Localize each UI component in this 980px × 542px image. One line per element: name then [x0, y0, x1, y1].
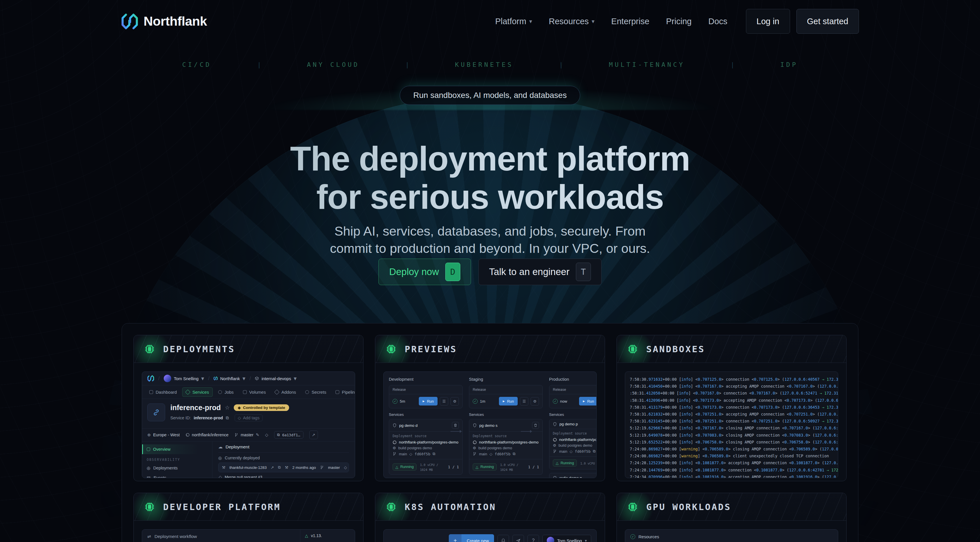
branch-icon [553, 449, 557, 453]
top-nav: Northflank Platform▾ Resources▾ Enterpri… [121, 8, 859, 35]
ticker-separator: | [405, 61, 409, 68]
chip-icon [385, 343, 397, 355]
get-started-button[interactable]: Get started [796, 9, 859, 34]
k8s-automation-screenshot: + Create new ? [383, 529, 597, 542]
commit-diamond-icon: ◇ [219, 475, 222, 478]
log-line: 7:24:28.125239+00:00 [info] <0.1081877.0… [630, 460, 833, 466]
check-icon: ✓ [630, 534, 635, 539]
top-nav-actions: Log in Get started [746, 9, 859, 34]
bell-icon [498, 535, 509, 542]
service-name: inference-prod [170, 404, 221, 412]
branch-icon [320, 465, 324, 469]
running-status-row: △Running 1.0 vCPU / 1024 MB 1 / 1 [389, 460, 462, 474]
tab-pipelines-v1: Pipelines V1 [332, 387, 355, 397]
globe-icon: ⊕ [147, 433, 151, 437]
talk-to-engineer-button[interactable]: Talk to an engineer T [479, 258, 601, 285]
northflank-logo-icon [213, 376, 218, 380]
github-icon [473, 441, 477, 444]
gear-icon: ⚙ [473, 446, 476, 450]
developer-platform-screenshot: ⇌ Deployment workflow Always deploying l… [142, 529, 355, 542]
nav-item-enterprise[interactable]: Enterprise [611, 17, 649, 26]
trash-icon [452, 422, 459, 429]
tab-dashboard: Dashboard [146, 387, 180, 397]
running-status-row: △Running 1.0 vCPU / 1024 MB 1 / 1 [469, 460, 542, 474]
service-header: inference-prod ☆ ◈ Controlled by templat… [142, 399, 355, 428]
hero-cta-row: Deploy now D Talk to an engineer T [0, 258, 980, 285]
target-icon: ◎ [218, 456, 222, 460]
pipeline-stage-production: Production Release ✓ now ▶Run ☰ [549, 376, 597, 478]
chip-icon [627, 501, 639, 513]
pipeline-arrow [521, 431, 532, 432]
log-line: 7:24:34.070996+00:00 [info] <0.1081916.0… [630, 474, 833, 478]
log-line: 7:58:31.623145+00:00 [info] <0.707251.0>… [630, 418, 833, 425]
star-icon: ☆ [225, 404, 230, 411]
replica-icon: △ [556, 461, 558, 465]
shield-icon [473, 423, 477, 427]
card-previews-header: PREVIEWS [375, 335, 605, 363]
help-icon: ? [527, 535, 539, 542]
log-line: 7:24:00.869827+00:00 [warning] <0.706589… [630, 452, 833, 460]
ticker-item: ANY CLOUD [307, 61, 360, 68]
keyboard-shortcut-t: T [576, 263, 591, 281]
tab-services: Services [182, 387, 213, 397]
sidebar-item-overview: Overview [142, 444, 212, 454]
github-icon [553, 438, 557, 442]
copy-icon: ⧉ [593, 449, 595, 453]
service-sidebar: Overview OBSERVABILITY ◎ Deployments ▤ E… [142, 442, 212, 478]
sidebar-item-deployments: ◎ Deployments [142, 463, 212, 473]
northflank-logo-icon [147, 375, 154, 382]
card-developer-platform: DEVELOPER PLATFORM ⇌ Deployment workflow… [134, 493, 363, 542]
version-sidebar: △ v1.13. ○ Upda [300, 529, 355, 542]
commit-chip: ⧉ 6a13df1… [274, 431, 304, 439]
nav-item-resources[interactable]: Resources▾ [549, 17, 595, 26]
card-deployments-header: DEPLOYMENTS [134, 335, 363, 363]
chevron-down-icon: ▾ [529, 18, 532, 25]
release-box: Release ✓ 1m ▶Run ☰ ⚙ [469, 385, 543, 408]
chevron-down-icon: ▾ [585, 538, 587, 542]
ticker-item: CI/CD [182, 61, 211, 68]
card-developer-platform-header: DEVELOPER PLATFORM [134, 493, 363, 521]
brand-logo[interactable]: Northflank [121, 14, 207, 29]
play-icon: ▶ [503, 400, 505, 403]
replica-icon: △ [476, 465, 479, 469]
gear-icon: ⚙ [531, 397, 539, 406]
commit-diamond-icon: ◇ [489, 452, 492, 456]
breadcrumb-project: internal-devops ▾ [255, 375, 297, 382]
card-previews: PREVIEWS Development Release [375, 335, 605, 481]
card-deployments: DEPLOYMENTS / Tom Snelling [134, 335, 363, 481]
log-line: 7:24:28.144769+00:00 [info] <0.1081877.0… [630, 466, 833, 474]
shield-icon [553, 476, 557, 479]
service-id-row: Service ID: inference-prod ⧉ ◇ Add tags [170, 414, 289, 422]
nav-item-docs[interactable]: Docs [708, 17, 727, 26]
deployments-screenshot: / Tom Snelling ▾ / [142, 371, 355, 478]
chevron-down-icon: ▾ [294, 375, 297, 382]
log-line: 5:12:19.649078+00:00 [info] <0.707083.0>… [630, 432, 833, 439]
ticker-separator: | [257, 61, 261, 68]
nav-item-platform[interactable]: Platform▾ [495, 17, 532, 26]
deployment-panel: ☁ Deployment ◎ Currently deployed ⚒ than… [212, 442, 355, 478]
release-box: Release ✓ 5m ▶Run ☰ ⚙ [389, 385, 463, 408]
run-button: ▶Run [579, 397, 597, 406]
shield-icon [393, 423, 397, 427]
check-icon: ✓ [473, 399, 477, 404]
chip-icon [143, 343, 156, 355]
log-line: 7:58:30.971632+00:00 [info] <0.707125.0>… [630, 376, 833, 383]
create-new-button: + Create new [449, 534, 494, 542]
log-line: 7:58:31.413179+00:00 [info] <0.707173.0>… [630, 404, 833, 410]
copy-icon: ⧉ [433, 452, 435, 456]
external-link-icon: ↗ [309, 431, 318, 439]
card-sandboxes: SANDBOXES 7:58:30.971632+00:00 [info] <0… [617, 335, 846, 481]
login-button[interactable]: Log in [746, 9, 790, 34]
tag-icon: ◇ [238, 415, 241, 420]
breadcrumb-org: Northflank ▾ [213, 375, 245, 382]
commit-diamond-icon: ◇ [570, 449, 573, 453]
nav-item-pricing[interactable]: Pricing [666, 17, 692, 26]
user-menu: Tom Snelling ▾ [542, 535, 591, 542]
commit-diamond-icon: ◇ [409, 452, 412, 456]
avatar [547, 537, 554, 542]
gear-icon: ⚙ [553, 443, 556, 447]
hero-subtitle: Ship AI, services, databases, and jobs, … [0, 223, 980, 257]
card-gpu-workloads: GPU WORKLOADS ✓ Resources [617, 493, 846, 542]
chevron-down-icon: ▾ [201, 375, 204, 382]
deploy-now-button[interactable]: Deploy now D [379, 258, 471, 285]
